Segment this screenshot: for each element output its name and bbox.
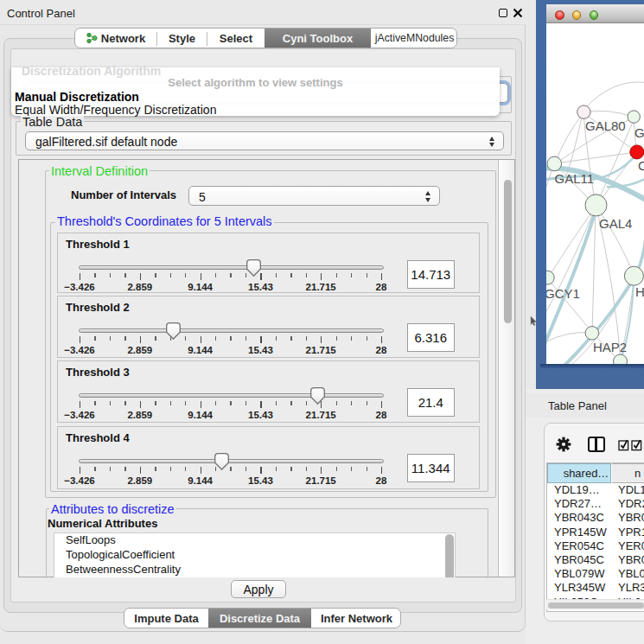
svg-text:GCY1: GCY1 [546,286,580,301]
svg-text:HAP2: HAP2 [593,340,627,354]
svg-text:GAL4: GAL4 [599,216,632,231]
svg-text:GAL11: GAL11 [555,171,595,186]
svg-text:C: C [638,158,644,173]
svg-text:H: H [635,284,644,299]
svg-text:GA: GA [634,125,644,140]
svg-text:GAL80: GAL80 [585,118,626,133]
